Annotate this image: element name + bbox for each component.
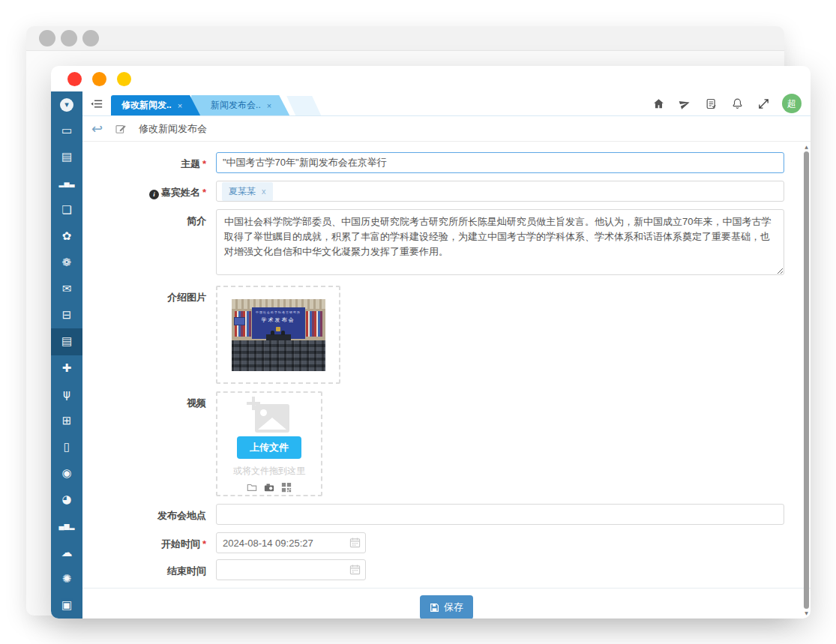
- tab-label: 新闻发布会..: [211, 99, 261, 112]
- fullscreen-button[interactable]: [756, 96, 771, 111]
- copy-icon: ❏: [61, 205, 71, 216]
- image-dropzone[interactable]: 中国社会科学院考古研究所 学术发布会: [216, 286, 340, 384]
- required-mark: *: [202, 158, 206, 169]
- folder-icon[interactable]: [247, 482, 257, 493]
- sidebar-item-mail[interactable]: ✉: [51, 276, 82, 302]
- drag-hint-text: 或将文件拖到这里: [233, 465, 305, 478]
- guest-tag-text: 夏某某: [229, 185, 256, 198]
- fullscreen-icon: [757, 97, 770, 110]
- calendar-icon[interactable]: [349, 564, 361, 575]
- main-window: ▾▭▤▂▅▃❏✿❁✉⊟▤✚ψ⊞▯◉◕▄▆▂☁✺▣ 修改新闻发.. ×: [51, 66, 811, 619]
- guest-tag-input[interactable]: 夏某某 x: [216, 181, 784, 202]
- clipboard-icon: [705, 97, 718, 110]
- sidebar-item-news[interactable]: ▤: [51, 144, 82, 170]
- photo-speaker: [281, 331, 285, 335]
- window-dot[interactable]: [39, 30, 55, 46]
- photo-screen: [234, 317, 245, 325]
- sidebar-item-copy[interactable]: ❏: [51, 197, 82, 223]
- start-time-picker: [216, 532, 366, 553]
- sidebar-item-inbox[interactable]: ⊟: [51, 302, 82, 328]
- tasks-button[interactable]: [703, 96, 718, 111]
- sidebar: ▾▭▤▂▅▃❏✿❁✉⊟▤✚ψ⊞▯◉◕▄▆▂☁✺▣: [51, 91, 82, 619]
- toolbar-icons: 超: [651, 94, 802, 113]
- start-time-input[interactable]: [216, 532, 366, 553]
- location-input[interactable]: [216, 504, 784, 525]
- tab-edit-press-conference[interactable]: 修改新闻发.. ×: [111, 95, 200, 115]
- form-row-location: 发布会地点: [82, 504, 811, 525]
- sidebar-toggle-button[interactable]: [87, 94, 105, 112]
- photo-emblem: [276, 327, 280, 331]
- intro-label: 简介: [82, 209, 206, 228]
- sidebar-item-weibo[interactable]: ✺: [51, 566, 82, 592]
- tab-close-icon[interactable]: ×: [178, 101, 182, 110]
- bell-icon: [731, 97, 744, 110]
- scroll-down-arrow[interactable]: ▼: [803, 610, 810, 616]
- sidebar-item-network[interactable]: ⊞: [51, 408, 82, 434]
- sidebar-item-pie-chart[interactable]: ◕: [51, 487, 82, 513]
- location-label: 发布会地点: [82, 504, 206, 523]
- sidebar-item-plus[interactable]: ✚: [51, 355, 82, 382]
- sidebar-item-document[interactable]: ▤: [51, 328, 82, 355]
- back-button[interactable]: ↩: [91, 122, 103, 136]
- sidebar-item-bar-chart[interactable]: ▂▅▃: [51, 170, 82, 196]
- calendar-icon[interactable]: [349, 537, 361, 548]
- sidebar-item-histogram[interactable]: ▄▆▂: [51, 514, 82, 540]
- sidebar-item-desktop[interactable]: ▭: [51, 118, 82, 144]
- sidebar-item-badge[interactable]: ◉: [51, 460, 82, 487]
- required-mark: *: [202, 187, 206, 198]
- photo-speaker: [271, 331, 274, 335]
- form-content: 主题* i嘉宾姓名* 夏某某 x: [82, 142, 811, 619]
- close-window-button[interactable]: [67, 72, 82, 86]
- video-dropzone[interactable]: 上传文件 或将文件拖到这里: [216, 391, 322, 496]
- file-icon: ▯: [64, 442, 70, 453]
- zoom-window-button[interactable]: [117, 72, 131, 86]
- tab-ghost: [286, 96, 321, 115]
- sidebar-item-save-disk[interactable]: ▣: [51, 592, 82, 619]
- sidebar-item-chat[interactable]: ☁: [51, 540, 82, 566]
- sidebar-item-microphone[interactable]: ψ: [51, 382, 82, 408]
- minimize-window-button[interactable]: [92, 72, 106, 86]
- scroll-up-arrow[interactable]: ▲: [803, 144, 810, 150]
- form-row-end-time: 结束时间: [82, 559, 811, 580]
- weibo-icon: ✺: [62, 574, 72, 585]
- tag-remove-icon[interactable]: x: [262, 187, 266, 196]
- quick-launch-button[interactable]: [677, 96, 692, 111]
- image-label: 介绍图片: [82, 286, 206, 304]
- sidebar-item-gear-alt[interactable]: ❁: [51, 250, 82, 276]
- rocket-icon: [679, 97, 691, 110]
- save-button[interactable]: 保存: [420, 595, 473, 619]
- tab-press-conference-list[interactable]: 新闻发布会.. ×: [191, 95, 289, 115]
- window-dot[interactable]: [82, 30, 99, 46]
- vertical-scrollbar[interactable]: ▲ ▼: [803, 144, 810, 616]
- app-frame: ▾▭▤▂▅▃❏✿❁✉⊟▤✚ψ⊞▯◉◕▄▆▂☁✺▣ 修改新闻发.. ×: [51, 91, 811, 619]
- video-label: 视频: [82, 391, 206, 410]
- sidebar-item-collapse-circle[interactable]: ▾: [51, 91, 82, 118]
- photo-banner-text: 学术发布会: [252, 316, 305, 324]
- edit-icon: [115, 123, 127, 135]
- intro-textarea[interactable]: [216, 209, 784, 275]
- sidebar-item-file[interactable]: ▯: [51, 434, 82, 460]
- qr-code-icon[interactable]: [281, 482, 292, 493]
- press-conference-photo[interactable]: 中国社会科学院考古研究所 学术发布会: [232, 299, 325, 371]
- subject-label: 主题*: [82, 152, 206, 171]
- page-title: 修改新闻发布会: [139, 122, 207, 136]
- sidebar-item-gear[interactable]: ✿: [51, 223, 82, 250]
- end-time-input[interactable]: [216, 559, 366, 580]
- guest-label: i嘉宾姓名*: [82, 181, 206, 199]
- subject-input[interactable]: [216, 152, 784, 173]
- home-button[interactable]: [651, 96, 666, 111]
- camera-icon[interactable]: [264, 482, 274, 493]
- inbox-icon: ⊟: [62, 310, 72, 321]
- desktop-icon: ▭: [61, 125, 72, 136]
- home-icon: [652, 97, 665, 110]
- notifications-button[interactable]: [730, 96, 745, 111]
- tab-close-icon[interactable]: ×: [267, 101, 271, 110]
- form-row-start-time: 开始时间*: [82, 532, 811, 553]
- upload-file-button[interactable]: 上传文件: [237, 436, 301, 459]
- plus-icon: ✚: [62, 363, 72, 374]
- scrollbar-thumb[interactable]: [804, 151, 809, 609]
- user-avatar[interactable]: 超: [782, 94, 802, 113]
- window-dot[interactable]: [61, 30, 77, 46]
- document-icon: ▤: [61, 336, 72, 347]
- mail-icon: ✉: [62, 283, 72, 295]
